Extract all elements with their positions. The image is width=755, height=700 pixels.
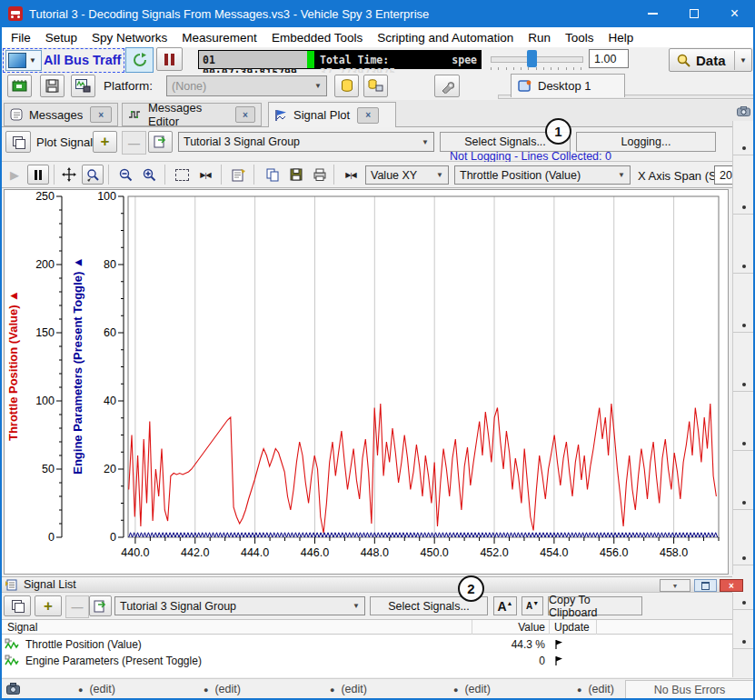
menu-item-help[interactable]: Help xyxy=(601,31,641,45)
fit-y-button[interactable]: ▶|◀ xyxy=(340,165,362,185)
panel-close-button[interactable]: × xyxy=(720,579,743,592)
speed-value-input[interactable]: 1.00 xyxy=(589,49,629,68)
save-setup-button[interactable] xyxy=(40,75,65,97)
add-plot-button[interactable]: + xyxy=(93,131,117,153)
print-plot-button[interactable] xyxy=(309,165,331,185)
menu-item-tools[interactable]: Tools xyxy=(558,31,601,45)
group-button[interactable] xyxy=(148,131,173,153)
list-group-button[interactable] xyxy=(89,595,112,616)
close-button[interactable]: × xyxy=(714,0,755,27)
zoom-out-button[interactable] xyxy=(114,165,136,185)
plot-pause-button[interactable] xyxy=(27,165,49,185)
remove-plot-button[interactable]: — xyxy=(122,131,146,155)
menu-item-spy-networks[interactable]: Spy Networks xyxy=(84,31,174,45)
col-signal[interactable]: Signal xyxy=(7,621,37,634)
plot-signals-button[interactable] xyxy=(5,131,31,153)
tab-messages[interactable]: Messages× xyxy=(4,103,118,126)
logging-button[interactable]: Logging... xyxy=(576,132,716,152)
menu-item-run[interactable]: Run xyxy=(521,31,558,45)
speed-slider-handle[interactable] xyxy=(527,50,537,67)
dock-handle-dot[interactable] xyxy=(742,324,746,327)
dock-handle-dot[interactable] xyxy=(742,442,746,445)
status-edit-item[interactable]: ● (edit) xyxy=(204,683,241,695)
dock-handle-dot[interactable] xyxy=(742,556,746,560)
tab-messages-editor[interactable]: Messages Editor× xyxy=(122,103,262,126)
right-dock-strip[interactable] xyxy=(732,121,755,575)
panel-restore-button[interactable] xyxy=(694,579,717,592)
plot-mode-select[interactable]: Value XY▼ xyxy=(365,165,449,185)
col-update[interactable]: Update xyxy=(554,621,590,634)
signal-list-views-button[interactable] xyxy=(4,595,31,616)
dock-handle-dot[interactable] xyxy=(742,146,746,150)
remove-signal-button[interactable]: — xyxy=(65,595,89,618)
right-dock-strip-lower[interactable] xyxy=(732,593,755,677)
plot-group-select[interactable]: Tutorial 3 Signal Group▼ xyxy=(178,132,434,152)
decrease-font-button[interactable]: A▼ xyxy=(522,596,543,615)
tab-signal-plot[interactable]: Signal Plot× xyxy=(268,102,396,127)
plot-group-value: Tutorial 3 Signal Group xyxy=(184,135,300,148)
status-edit-item[interactable]: ● (edit) xyxy=(577,683,614,695)
refresh-button[interactable] xyxy=(125,47,154,73)
status-edit-item[interactable]: ● (edit) xyxy=(330,683,367,695)
menu-item-measurement[interactable]: Measurement xyxy=(174,31,264,45)
platform-select[interactable]: (None)▼ xyxy=(166,75,327,96)
dock-handle-dot[interactable] xyxy=(742,383,746,386)
speed-slider-track[interactable] xyxy=(491,56,583,63)
capture-corner[interactable] xyxy=(732,102,755,121)
svg-text:150: 150 xyxy=(35,326,55,339)
database-export-button[interactable] xyxy=(363,75,388,97)
table-row[interactable]: Throttle Position (Value)44.3 % xyxy=(0,636,732,653)
dock-handle-dot[interactable] xyxy=(742,601,746,605)
select-region-button[interactable] xyxy=(171,165,193,185)
minimize-button[interactable] xyxy=(632,0,673,27)
increase-font-button[interactable]: A▲ xyxy=(493,596,517,615)
dock-handle-dot[interactable] xyxy=(742,265,746,268)
menu-item-setup[interactable]: Setup xyxy=(38,31,84,45)
add-signal-button[interactable]: + xyxy=(35,595,62,616)
tab-close-icon[interactable]: × xyxy=(90,106,112,123)
copy-plot-button[interactable] xyxy=(262,165,283,185)
menu-item-file[interactable]: File xyxy=(4,31,38,45)
plot-canvas[interactable]: 440.0442.0444.0446.0448.0450.0452.0454.0… xyxy=(5,190,728,574)
desktop-tab[interactable]: Desktop 1 xyxy=(511,74,625,97)
copy-to-clipboard-button[interactable]: Copy To Clipboard xyxy=(548,596,642,615)
save-plot-button[interactable] xyxy=(285,165,307,185)
floppy-icon xyxy=(45,79,59,93)
status-edit-item[interactable]: ● (edit) xyxy=(453,683,491,695)
menu-item-embedded-tools[interactable]: Embedded Tools xyxy=(264,31,370,45)
zoom-in-button[interactable] xyxy=(138,165,160,185)
dock-handle-dot[interactable] xyxy=(742,501,746,505)
bus-mode-label[interactable]: All Bus Traffi xyxy=(44,53,122,67)
spy-mode-button[interactable]: ▼ xyxy=(5,50,42,71)
dock-handle-dot[interactable] xyxy=(742,205,746,209)
maximize-button[interactable] xyxy=(673,0,714,27)
hardware-button[interactable] xyxy=(7,75,32,97)
plot-properties-button[interactable] xyxy=(227,165,249,185)
close-icon: × xyxy=(730,5,739,22)
panel-menu-button[interactable]: ▼ xyxy=(660,579,690,592)
fit-x-button[interactable]: ▶|◀ xyxy=(194,165,216,185)
table-row[interactable]: Engine Parameters (Present Toggle)0 xyxy=(0,653,732,669)
data-button[interactable]: Data ▼ xyxy=(669,48,752,72)
pause-button[interactable] xyxy=(156,47,183,71)
status-edit-item[interactable]: ● (edit) xyxy=(78,683,115,695)
tab-close-icon[interactable]: × xyxy=(235,106,255,123)
tab-close-icon[interactable]: × xyxy=(357,107,379,124)
pause-icon xyxy=(35,170,37,180)
logger-button[interactable] xyxy=(71,75,95,97)
active-signal-select[interactable]: Throttle Position (Value)▼ xyxy=(454,165,631,185)
update-flag-icon[interactable] xyxy=(554,655,563,666)
signal-plot-chart[interactable]: 440.0442.0444.0446.0448.0450.0452.0454.0… xyxy=(4,189,729,575)
tools-button[interactable] xyxy=(434,75,460,97)
update-flag-icon[interactable] xyxy=(554,639,563,650)
col-value[interactable]: Value xyxy=(474,621,545,634)
database-button[interactable] xyxy=(334,75,359,97)
status-camera-icon[interactable] xyxy=(6,683,21,695)
list-group-select[interactable]: Tutorial 3 Signal Group▼ xyxy=(114,596,365,615)
platform-label: Platform: xyxy=(104,79,153,93)
font-bigger-icon: A xyxy=(497,599,506,614)
dock-handle-dot[interactable] xyxy=(742,640,746,644)
logger-icon xyxy=(75,79,91,93)
data-dropdown-arrow[interactable]: ▼ xyxy=(734,51,751,70)
menu-item-scripting-and-automation[interactable]: Scripting and Automation xyxy=(370,31,521,45)
